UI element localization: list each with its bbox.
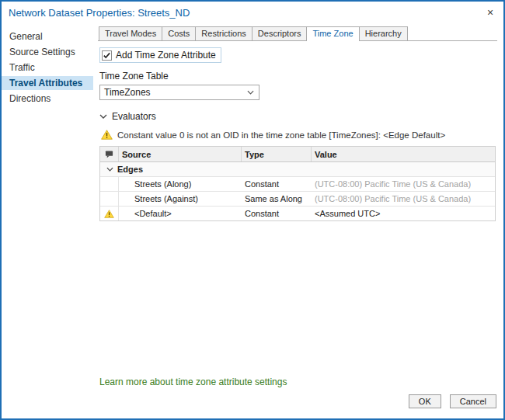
time-zone-table-dropdown[interactable]: TimeZones [99,85,259,100]
cell-type: Constant [242,207,312,220]
add-time-zone-attribute-checkbox[interactable] [102,50,112,61]
time-zone-table-label: Time Zone Table [99,71,496,82]
dialog-footer: OK Cancel [2,392,503,418]
sidebar-item-traffic[interactable]: Traffic [2,61,93,75]
cell-source: Streets (Against) [119,192,242,206]
chevron-down-icon [99,114,107,119]
evaluator-icon [100,147,119,161]
table-group-row-edges[interactable]: Edges [100,162,495,177]
tab-travel-modes[interactable]: Travel Modes [99,26,162,40]
cell-source: Streets (Along) [119,177,242,191]
time-zone-table-dropdown-value: TimeZones [104,87,246,98]
row-icon-cell [100,192,119,206]
warning-message: Constant value 0 is not an OID in the ti… [99,130,496,140]
warning-text: Constant value 0 is not an OID in the ti… [117,130,445,140]
sidebar-item-general[interactable]: General [2,30,93,43]
evaluators-section-label: Evaluators [112,111,156,122]
sidebar-item-source-settings[interactable]: Source Settings [2,45,93,59]
cell-value: (UTC-08:00) Pacific Time (US & Canada) [312,177,495,191]
column-header-type: Type [242,147,312,161]
tab-strip: Travel Modes Costs Restrictions Descript… [98,26,497,41]
add-time-zone-attribute-row[interactable]: Add Time Zone Attribute [99,47,221,63]
chevron-down-icon [106,167,113,172]
evaluators-table: Source Type Value Edges [99,146,496,221]
column-header-value: Value [312,147,495,161]
warning-icon [100,207,119,220]
table-row-streets-against[interactable]: Streets (Against) Same as Along (UTC-08:… [100,192,495,207]
cell-source: <Default> [119,207,242,220]
cell-type: Constant [242,177,312,191]
check-icon [103,51,111,60]
warning-icon [101,130,113,140]
cell-type: Same as Along [242,192,312,206]
table-row-default[interactable]: <Default> Constant <Assumed UTC> [100,207,495,220]
tab-restrictions[interactable]: Restrictions [195,26,252,40]
column-header-source: Source [119,147,242,161]
tab-hierarchy[interactable]: Hierarchy [359,26,408,40]
sidebar-item-directions[interactable]: Directions [2,92,93,106]
network-dataset-properties-dialog: Network Dataset Properties: Streets_ND ×… [0,0,505,420]
table-row-streets-along[interactable]: Streets (Along) Constant (UTC-08:00) Pac… [100,177,495,192]
sidebar-item-travel-attributes[interactable]: Travel Attributes [2,76,93,90]
tab-descriptors[interactable]: Descriptors [252,26,308,40]
tab-time-zone[interactable]: Time Zone [306,26,359,41]
cell-value: (UTC-08:00) Pacific Time (US & Canada) [312,192,495,206]
tab-costs[interactable]: Costs [162,26,196,40]
cell-value: <Assumed UTC> [312,207,495,220]
table-header-row: Source Type Value [100,147,495,162]
close-icon[interactable]: × [482,5,499,20]
ok-button[interactable]: OK [409,394,441,408]
titlebar: Network Dataset Properties: Streets_ND × [2,2,503,23]
dialog-body: General Source Settings Traffic Travel A… [2,23,503,392]
sidebar: General Source Settings Traffic Travel A… [2,23,93,392]
dialog-title: Network Dataset Properties: Streets_ND [9,7,482,19]
group-label-edges: Edges [117,165,143,174]
chevron-down-icon[interactable] [246,90,255,95]
learn-more-link[interactable]: Learn more about time zone attribute set… [99,377,287,387]
evaluators-section-toggle[interactable]: Evaluators [99,111,496,122]
main-panel: Travel Modes Costs Restrictions Descript… [93,23,503,392]
add-time-zone-attribute-label: Add Time Zone Attribute [116,50,216,61]
row-icon-cell [100,177,119,191]
time-zone-tab-content: Add Time Zone Attribute Time Zone Table … [98,41,497,392]
cancel-button[interactable]: Cancel [450,394,496,408]
